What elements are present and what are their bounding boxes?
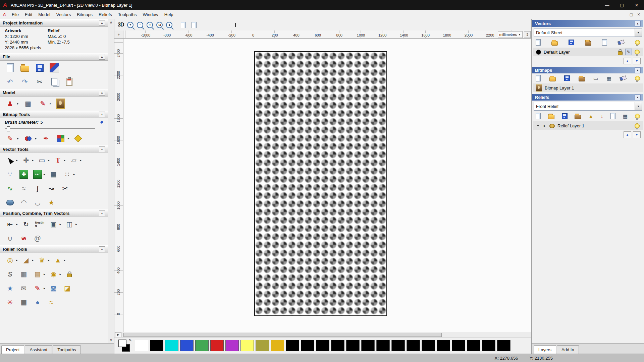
vector-sheet-icon[interactable]	[602, 39, 607, 46]
color-swatch[interactable]	[256, 340, 269, 351]
color-swatch[interactable]	[497, 340, 511, 351]
h-scroll-track[interactable]	[123, 333, 530, 337]
tab-assistant[interactable]: Assistant	[25, 345, 52, 354]
save-vector-layer-icon[interactable]	[569, 40, 574, 45]
open-model-button[interactable]	[19, 63, 30, 73]
menu-vectors[interactable]: Vectors	[53, 10, 74, 19]
chamfer-button[interactable]: ◢	[21, 255, 32, 265]
color-swatch[interactable]	[376, 340, 390, 351]
mdi-close-button[interactable]: ✕	[636, 12, 641, 17]
weave-relief-button[interactable]: ▦	[18, 269, 29, 279]
collapse-bitmap-tools-button[interactable]: ▲	[99, 112, 105, 117]
relief-select[interactable]: Front Relief ▼	[534, 102, 642, 111]
scroll-down-icon[interactable]: ∨	[110, 338, 112, 342]
new-vector-layer-icon[interactable]	[536, 39, 541, 46]
color-swatch[interactable]	[271, 340, 284, 351]
star-relief-button[interactable]: ★	[5, 283, 15, 293]
menu-bitmaps[interactable]: Bitmaps	[74, 10, 96, 19]
layer-visibility-icon[interactable]	[635, 50, 640, 55]
merge-bitmaps-icon[interactable]: ▭	[593, 76, 598, 81]
wave-relief-button[interactable]: ≈	[46, 297, 57, 307]
freehand-tool-button[interactable]: ∫	[32, 183, 43, 193]
export-model-button[interactable]	[49, 63, 60, 73]
paint-relief-flyout-icon[interactable]: ▸	[44, 287, 45, 290]
relief-layer-row[interactable]: + ▸ Relief Layer 1	[533, 121, 643, 130]
weld-vectors-button[interactable]: ◫	[64, 219, 75, 229]
block-rotate-button[interactable]: ↻	[21, 219, 32, 229]
dome-relief-button[interactable]: ♛	[37, 255, 47, 265]
dome-flyout-icon[interactable]: ▸	[48, 258, 50, 262]
relief-select-arrow-icon[interactable]: ▼	[635, 102, 642, 110]
relief-import-down-icon[interactable]: ↓	[601, 114, 603, 119]
bitmap-layer-row[interactable]: Bitmap Layer 1	[533, 83, 643, 92]
canvas-2d-view[interactable]	[123, 39, 531, 332]
menu-window[interactable]: Window	[140, 10, 161, 19]
sheet-select[interactable]: Default Sheet ▼	[534, 28, 642, 37]
scroll-up-icon[interactable]: ∧	[110, 20, 112, 24]
polyline-tool-button[interactable]: ↝	[46, 183, 57, 193]
wrap-vectors-button[interactable]: ≋	[18, 233, 29, 243]
paint-flyout-icon[interactable]: ▸	[17, 137, 19, 140]
copy-button[interactable]	[49, 77, 60, 87]
vector-layer-row[interactable]: Default Layer ✎	[533, 48, 643, 56]
group-vectors-button[interactable]: ▣	[48, 219, 59, 229]
save-relief-layer-icon[interactable]	[562, 113, 568, 119]
line-width-slider[interactable]	[207, 25, 235, 25]
bead-tool-button[interactable]: ∵	[5, 169, 15, 179]
menu-edit[interactable]: Edit	[22, 10, 35, 19]
group-flyout-icon[interactable]: ▸	[60, 223, 61, 226]
toggle-all-bitmaps-icon[interactable]	[635, 76, 640, 81]
transform-vectors-button[interactable]: ✛	[21, 155, 32, 165]
fillet-tool-button[interactable]: ◡	[32, 197, 43, 207]
wave-tool-button[interactable]: ≈	[18, 183, 29, 193]
paint-button[interactable]: ✎	[5, 133, 15, 143]
collapse-project-info-button[interactable]: ▲	[99, 20, 105, 26]
sheet-select-arrow-icon[interactable]: ▼	[635, 28, 642, 37]
layer-lock-icon[interactable]	[618, 51, 623, 55]
pyramid-relief-button[interactable]: ▲	[53, 255, 63, 265]
flood-fill-button[interactable]	[73, 133, 84, 143]
grid-tool-button[interactable]: ▦	[48, 169, 59, 179]
trim-vectors-button[interactable]: ✂	[60, 183, 70, 193]
select-flyout-icon[interactable]: ▸	[16, 159, 18, 162]
open-vector-layer-icon[interactable]	[551, 41, 558, 46]
relief-library-button[interactable]: ▤	[32, 269, 43, 279]
paint-relief-button[interactable]: ✎	[32, 283, 43, 293]
extrude-tool-button[interactable]	[5, 197, 15, 207]
h-scroll-thumb[interactable]	[123, 333, 442, 337]
collapse-model-button[interactable]: ▲	[99, 90, 105, 96]
colour-picker-button[interactable]: ✒	[41, 133, 51, 143]
new-bitmap-layer-icon[interactable]	[536, 75, 541, 81]
paint-selective-flyout-icon[interactable]: ▸	[35, 137, 37, 140]
color-swatch[interactable]	[467, 340, 480, 351]
library-flyout-icon[interactable]: ▸	[44, 273, 45, 276]
snap-grid-button[interactable]: ∷	[62, 169, 73, 179]
add-relief-layer-icon[interactable]: +	[536, 123, 540, 129]
zero-plane-flyout-icon[interactable]: ▸	[16, 258, 18, 262]
align-flyout-icon[interactable]: ▸	[16, 223, 18, 226]
smooth-vectors-button[interactable]: ∪	[5, 233, 15, 243]
collapse-vector-tools-button[interactable]: ▲	[99, 146, 105, 152]
flower-relief-button[interactable]: ✳	[5, 297, 15, 307]
mesh-relief-button[interactable]: ▦	[18, 297, 29, 307]
import-bitmap-icon[interactable]	[579, 77, 585, 81]
relief-sheet-icon[interactable]	[610, 113, 615, 119]
bitmap-grid-icon[interactable]: ▦	[607, 76, 611, 81]
tab-layers[interactable]: Layers	[534, 345, 556, 354]
zoom-out-button[interactable]: −	[137, 22, 143, 28]
zoom-fit-button[interactable]: ⊡	[156, 22, 163, 28]
sculpt-button[interactable]: ✎	[38, 99, 48, 109]
menu-model[interactable]: Model	[35, 10, 53, 19]
h-scroll-left-button[interactable]: ▶	[115, 332, 121, 337]
open-relief-layer-icon[interactable]	[548, 115, 554, 119]
color-swatch[interactable]	[316, 340, 329, 351]
envelope-relief-button[interactable]: ✉	[18, 283, 29, 293]
arc-tool-button[interactable]: ◠	[18, 197, 29, 207]
fit-text-flyout-icon[interactable]: ▸	[44, 173, 45, 176]
delete-bitmap-layer-icon[interactable]	[620, 75, 627, 81]
fit-text-button[interactable]: ABC	[32, 169, 43, 179]
assistant-scrollbar[interactable]: ∧ ∨	[108, 19, 114, 343]
relief-visibility-icon[interactable]	[635, 123, 640, 128]
zero-plane-button[interactable]: ◎	[5, 255, 15, 265]
model-texture-button[interactable]: ▦	[23, 99, 34, 109]
